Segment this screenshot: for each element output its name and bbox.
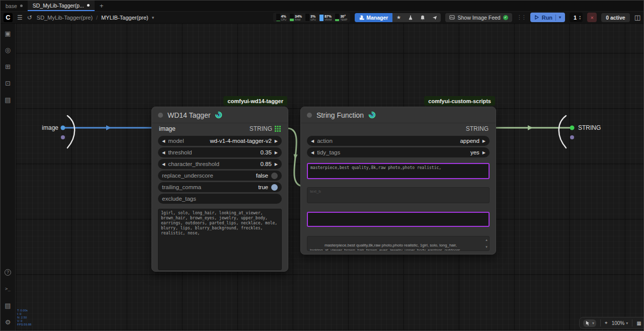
perf-line: I: 0 (17, 312, 31, 316)
widget-replace-underscore[interactable]: replace_underscore false (158, 171, 282, 181)
active-jobs-badge[interactable]: 0 active (601, 13, 630, 22)
terminal-icon[interactable]: >_ (3, 283, 14, 294)
cancel-run-button[interactable]: × (587, 13, 597, 22)
collapse-dot-icon[interactable] (307, 113, 312, 118)
manager-icon-group: ★ (392, 13, 441, 22)
combo-left-icon[interactable]: ◀ (162, 139, 165, 143)
bell-icon[interactable] (417, 13, 429, 22)
widget-trailing-comma[interactable]: trailing_comma true (158, 182, 282, 192)
node-string-function[interactable]: String Function STRING ◀ action append ▶… (300, 107, 496, 255)
puzzle-icon (359, 15, 364, 20)
widget-action[interactable]: ◀ action append ▶ (307, 136, 490, 146)
combo-right-icon[interactable]: ▶ (275, 162, 278, 167)
combo-right-icon[interactable]: ▶ (482, 150, 486, 155)
undo-icon[interactable]: ↺ (27, 15, 32, 21)
toggle-on-icon[interactable] (271, 184, 278, 191)
tab-base[interactable]: base (1, 1, 28, 11)
vram-meter: 87%VRAM (319, 14, 332, 21)
breadcrumb-current[interactable]: MYLIB-Tagger(pre) (101, 15, 148, 21)
scroll-up-icon[interactable]: ▲ (485, 237, 488, 242)
model-library-icon[interactable]: ⊞ (3, 61, 14, 72)
close-icon: × (590, 15, 593, 21)
breadcrumb-root[interactable]: SD_MyLib-Tagger(pre) (37, 15, 93, 21)
widget-label: threshold (168, 149, 192, 155)
combo-right-icon[interactable]: ▶ (275, 139, 278, 143)
show-image-feed-button[interactable]: Show Image Feed ✓ (445, 13, 512, 22)
zoom-level-button[interactable]: 100% ▾ (612, 320, 628, 326)
widget-exclude-tags[interactable]: exclude_tags (158, 194, 282, 204)
panel-toggle-icon[interactable]: ◫ (634, 14, 640, 21)
wd14-tags-textarea[interactable]: 1girl, solo, long_hair, looking_at_viewe… (158, 209, 282, 270)
vram-bar (319, 14, 324, 21)
combo-left-icon[interactable]: ◀ (162, 162, 165, 167)
perf-line: V: 0 (17, 319, 31, 323)
temp-value: 30° (340, 15, 346, 18)
logs-icon[interactable]: ▤ (3, 300, 14, 311)
sfn-text-a-textarea[interactable]: masterpiece,best quality,8k,raw photo,ph… (307, 163, 490, 179)
batch-count-input[interactable]: 1 ▲ ▼ (570, 13, 583, 22)
comfyui-logo[interactable]: C (4, 13, 13, 22)
widget-label: character_threshold (168, 161, 219, 167)
node-slot-row: image STRING (152, 123, 288, 134)
widget-threshold[interactable]: ◀ threshold 0.35 ▶ (158, 147, 282, 157)
widget-label: trailing_comma (162, 184, 201, 190)
combo-right-icon[interactable]: ▶ (482, 139, 486, 143)
chevron-down-icon[interactable]: ▾ (152, 15, 154, 20)
minimap-toggle-button[interactable]: ▦ (636, 320, 641, 326)
help-icon[interactable]: ? (3, 267, 14, 278)
feed-enabled-icon: ✓ (503, 15, 508, 20)
cursor-icon (585, 320, 591, 326)
toggle-off-icon[interactable] (271, 173, 278, 179)
widget-value: yes (470, 149, 479, 155)
perf-line: N: 2.50 (17, 316, 31, 319)
sfn-text-c-textarea[interactable] (307, 212, 490, 227)
new-tab-button[interactable]: + (95, 1, 109, 11)
subgraphs-icon[interactable]: ▤ (3, 94, 14, 105)
select-tool-button[interactable]: ▾ (583, 319, 596, 327)
play-icon (534, 15, 539, 20)
tab-sd-mylib-tagger[interactable]: SD_MyLib-Tagger(p... (28, 1, 95, 11)
combo-left-icon[interactable]: ◀ (311, 139, 314, 143)
manager-button[interactable]: Manager (355, 13, 392, 22)
chevron-down-icon[interactable]: ▾ (592, 321, 594, 325)
menu-icon[interactable]: ☰ (17, 15, 23, 21)
stepper-down-icon[interactable]: ▼ (579, 18, 581, 20)
temp-label: TEMP (340, 19, 347, 21)
node-slot-row: STRING (301, 123, 496, 134)
node-header[interactable]: String Function (301, 107, 496, 123)
run-options-chevron-icon[interactable]: ▾ (559, 15, 561, 20)
collapse-dot-icon[interactable] (158, 113, 163, 118)
widget-character-threshold[interactable]: ◀ character_threshold 0.85 ▶ (158, 159, 282, 169)
queue-icon[interactable]: ▣ (3, 28, 14, 39)
sfn-text-b-textarea[interactable]: text_b (307, 187, 490, 203)
settings-gear-icon[interactable]: ⚙ (3, 316, 14, 327)
node-library-icon[interactable]: ◎ (3, 44, 14, 55)
sfn-result-textarea[interactable]: masterpiece,best quality,8k,raw photo,ph… (307, 236, 490, 251)
drag-handle-icon[interactable]: ⋮⋮ (517, 14, 526, 21)
combo-left-icon[interactable]: ◀ (311, 150, 314, 155)
flask-icon[interactable] (405, 13, 417, 22)
cpu-label: CPU (281, 19, 287, 21)
batch-count-value: 1 (574, 15, 577, 21)
workflows-icon[interactable]: ⊡ (3, 77, 14, 89)
widget-label: action (317, 138, 333, 144)
node-wd14-tagger[interactable]: WD14 Tagger image STRING ◀ model wd-v1-4… (151, 107, 288, 272)
widget-model[interactable]: ◀ model wd-v1-4-moat-tagger-v2 ▶ (158, 136, 282, 146)
share-icon[interactable] (429, 13, 441, 22)
widget-tidy-tags[interactable]: ◀ tidy_tags yes ▶ (307, 147, 490, 157)
top-toolbar: C ☰ ↺ SD_MyLib-Tagger(pre) / MYLIB-Tagge… (1, 12, 643, 24)
tab-base-label: base (6, 3, 17, 9)
show-image-feed-label: Show Image Feed (457, 15, 500, 21)
fit-view-button[interactable]: ⌖ (605, 320, 608, 326)
combo-left-icon[interactable]: ◀ (162, 150, 165, 155)
subgraph-output-label: STRING (578, 124, 601, 131)
run-button[interactable]: Run ▾ (530, 13, 565, 22)
node-header[interactable]: WD14 Tagger (152, 107, 288, 123)
custom-scripts-logo-icon (368, 111, 376, 119)
star-icon[interactable]: ★ (392, 13, 405, 22)
chevron-down-icon[interactable]: ▾ (626, 321, 628, 325)
combo-right-icon[interactable]: ▶ (275, 150, 278, 155)
result-text: masterpiece,best quality,8k,raw photo,ph… (310, 243, 462, 251)
scroll-down-icon[interactable]: ▼ (485, 244, 488, 250)
grid-socket-icon[interactable] (275, 126, 281, 132)
